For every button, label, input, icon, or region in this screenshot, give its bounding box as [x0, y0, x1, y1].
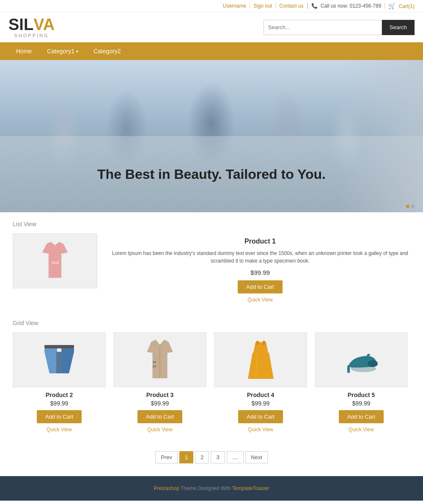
page-1-button[interactable]: 1	[179, 451, 193, 463]
product4-name: Product 4	[214, 392, 307, 398]
list-quick-view-link[interactable]: Quick View	[110, 297, 410, 303]
product5-price: $99.99	[315, 400, 408, 407]
nav-bar: Home Category1 Category2	[0, 42, 423, 60]
nav-category1[interactable]: Category1	[39, 42, 86, 60]
grid-item-product5: Product 5 $99.99 Add to Cart Quick View	[315, 332, 408, 433]
contact-link[interactable]: Contact us	[276, 3, 307, 9]
svg-marker-0	[42, 242, 68, 278]
hero-text: The Best in Beauty. Tailored to You.	[97, 167, 326, 182]
logo[interactable]: SIL VA SHOPPING	[8, 16, 55, 38]
svg-rect-13	[256, 341, 259, 345]
list-product-price: $99.99	[110, 269, 410, 276]
product5-quick-view[interactable]: Quick View	[315, 427, 408, 433]
svg-rect-7	[56, 352, 62, 373]
product2-quick-view[interactable]: Quick View	[13, 427, 106, 433]
product2-add-to-cart[interactable]: Add to Cart	[37, 410, 82, 423]
product3-name: Product 3	[113, 392, 206, 398]
product5-add-to-cart[interactable]: Add to Cart	[339, 410, 384, 423]
hero-dot-1[interactable]	[406, 205, 409, 208]
cart-info[interactable]: Cart(1)	[385, 3, 415, 9]
cart-count: Cart(1)	[399, 3, 415, 9]
svg-rect-14	[263, 341, 265, 345]
svg-rect-2	[44, 345, 74, 348]
username-link[interactable]: Username	[220, 3, 250, 9]
search-bar: Search	[264, 20, 415, 35]
product2-image	[13, 332, 106, 387]
svg-text:Soul: Soul	[51, 260, 59, 265]
svg-rect-4	[61, 348, 74, 352]
list-add-to-cart-button[interactable]: Add to Cart	[238, 280, 283, 293]
product3-add-to-cart[interactable]: Add to Cart	[137, 410, 182, 423]
svg-rect-10	[153, 361, 156, 363]
product2-name: Product 2	[13, 392, 106, 398]
hero-dots	[406, 205, 415, 208]
list-view-title: List View	[13, 221, 410, 227]
top-bar: Username Sign out Contact us Call us now…	[0, 0, 423, 12]
svg-marker-15	[248, 353, 274, 379]
tshirt-image: Soul	[38, 242, 72, 280]
cart-icon	[388, 3, 397, 9]
hero-overlay: The Best in Beauty. Tailored to You.	[0, 136, 423, 212]
logo-shopping: SHOPPING	[8, 33, 55, 38]
product4-add-to-cart[interactable]: Add to Cart	[238, 410, 283, 423]
product4-quick-view[interactable]: Quick View	[214, 427, 307, 433]
list-view-item: Soul Product 1 Lorem Ipsum has been the …	[13, 233, 410, 303]
nav-category2[interactable]: Category2	[86, 42, 129, 60]
svg-rect-11	[153, 365, 156, 367]
logo-sil: SIL	[8, 16, 33, 33]
search-button[interactable]: Search	[382, 20, 415, 35]
footer: Prestashop Theme Designed With TemplateT…	[0, 476, 423, 501]
pagination: Prev 1 2 3 .... Next	[0, 441, 423, 476]
product3-quick-view[interactable]: Quick View	[113, 427, 206, 433]
list-product-desc: Lorem Ipsum has been the industry's stan…	[110, 249, 410, 265]
page-ellipsis: ....	[227, 451, 244, 463]
grid-view-title: Grid View	[13, 320, 410, 326]
svg-marker-12	[253, 342, 268, 353]
footer-templatetoaster-link[interactable]: TemplateToaster	[232, 485, 269, 491]
list-product-image: Soul	[13, 233, 97, 288]
product3-image	[113, 332, 206, 387]
next-button[interactable]: Next	[245, 451, 268, 463]
signout-link[interactable]: Sign out	[250, 3, 276, 9]
product2-price: $99.99	[13, 400, 106, 407]
grid-view-container: Product 2 $99.99 Add to Cart Quick View …	[13, 332, 410, 433]
phone-icon	[311, 3, 319, 9]
page-3-button[interactable]: 3	[211, 451, 225, 463]
footer-middle-text: Theme Designed With	[181, 485, 232, 491]
grid-item-product4: Product 4 $99.99 Add to Cart Quick View	[214, 332, 307, 433]
phone-info: Call us now: 0123-456-789	[308, 3, 385, 9]
nav-home[interactable]: Home	[8, 42, 39, 60]
list-product-name: Product 1	[110, 238, 410, 245]
svg-marker-5	[44, 352, 57, 373]
footer-prestashop-link[interactable]: Prestashop	[154, 485, 179, 491]
header: SIL VA SHOPPING Search	[0, 12, 423, 42]
logo-va: VA	[33, 16, 55, 33]
search-input[interactable]	[264, 20, 382, 35]
phone-number: Call us now: 0123-456-789	[321, 3, 381, 9]
grid-view-section: Grid View Product 2 $99.99 Add to Cart Q…	[0, 311, 423, 441]
product4-price: $99.99	[214, 400, 307, 407]
grid-item-product2: Product 2 $99.99 Add to Cart Quick View	[13, 332, 106, 433]
hero-dot-2[interactable]	[411, 205, 415, 208]
svg-rect-19	[347, 365, 350, 373]
footer-text: Prestashop Theme Designed With TemplateT…	[9, 485, 414, 491]
product5-image	[315, 332, 408, 387]
product5-name: Product 5	[315, 392, 408, 398]
list-view-section: List View Soul Product 1 Lorem Ipsum has…	[0, 212, 423, 311]
svg-point-18	[368, 360, 378, 367]
list-product-info: Product 1 Lorem Ipsum has been the indus…	[110, 233, 410, 303]
svg-marker-6	[61, 352, 74, 373]
product3-price: $99.99	[113, 400, 206, 407]
grid-item-product3: Product 3 $99.99 Add to Cart Quick View	[113, 332, 206, 433]
hero-banner: The Best in Beauty. Tailored to You.	[0, 60, 423, 212]
svg-rect-3	[44, 348, 57, 352]
product4-image	[214, 332, 307, 387]
page-2-button[interactable]: 2	[195, 451, 209, 463]
prev-button[interactable]: Prev	[155, 451, 178, 463]
svg-point-22	[367, 354, 369, 357]
